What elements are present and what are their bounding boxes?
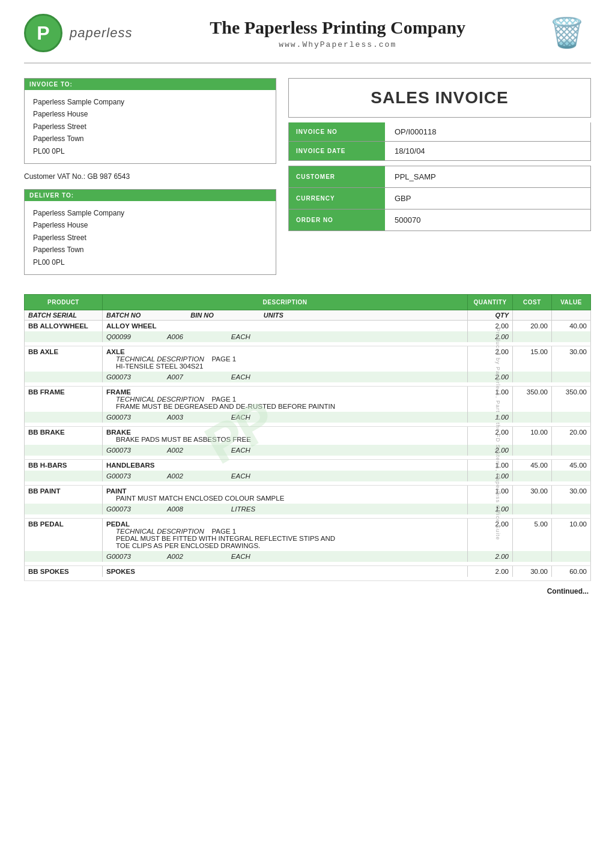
qty-cell: 2.00 (468, 565, 513, 577)
table-row: BB PEDALPEDALTECHNICAL DESCRIPTION PAGE … (25, 518, 591, 551)
batch-value-cell (552, 445, 591, 456)
page-header: P paperless The Paperless Printing Compa… (24, 12, 591, 64)
th-product: PRODUCT (25, 294, 103, 310)
qty-cell: 2.00 (468, 426, 513, 445)
qty-cell: 1.00 (468, 485, 513, 504)
deliver-to-line4: Paperless Town (33, 244, 267, 256)
company-info: The Paperless Printing Company www.WhyPa… (132, 17, 543, 49)
qty-cell: 2.00 (468, 518, 513, 551)
batch-product-cell (25, 331, 103, 342)
table-header-row: PRODUCT DESCRIPTION QUANTITY COST VALUE (25, 294, 591, 310)
description-cell: PEDALTECHNICAL DESCRIPTION PAGE 1PEDAL M… (103, 518, 468, 551)
main-top-section: INVOICE TO: Paperless Sample Company Pap… (24, 78, 591, 275)
currency-label: CURRENCY (289, 188, 385, 209)
sh-batch-serial: BATCH SERIAL (25, 310, 103, 320)
currency-row: CURRENCY GBP (289, 188, 590, 209)
side-text: Produced by Paperless, Part of the FD Sy… (495, 328, 501, 540)
customer-label: CUSTOMER (289, 166, 385, 187)
cost-cell: 20.00 (513, 320, 552, 331)
separator-row (25, 577, 591, 581)
batch-cost-cell (513, 331, 552, 342)
sh-qty: QTY (468, 310, 513, 320)
header-icon-right: 🗑️ (543, 12, 591, 54)
invoice-to-line1: Paperless Sample Company (33, 96, 267, 108)
batch-product-cell (25, 372, 103, 382)
description-cell: FRAMETECHNICAL DESCRIPTION PAGE 1FRAME M… (103, 386, 468, 412)
value-cell: 10.00 (552, 518, 591, 551)
batch-product-cell (25, 504, 103, 514)
invoice-no-label: INVOICE NO (289, 122, 385, 141)
th-value: VALUE (552, 294, 591, 310)
customer-row: CUSTOMER PPL_SAMP (289, 166, 590, 188)
batch-qty-cell: 2.00 (468, 445, 513, 456)
product-cell: BB ALLOYWHEEL (25, 320, 103, 331)
th-quantity: QUANTITY (468, 294, 513, 310)
deliver-to-box: DELIVER TO: Paperless Sample Company Pap… (24, 189, 276, 275)
vat-value: GB 987 6543 (87, 172, 130, 181)
batch-cost-cell (513, 551, 552, 562)
batch-qty-cell: 1.00 (468, 412, 513, 423)
order-no-row: ORDER NO 500070 (289, 209, 590, 231)
batch-row: G00073A002EACH1.00 (25, 471, 591, 481)
product-cell: BB PEDAL (25, 518, 103, 551)
product-cell: BB H-BARS (25, 459, 103, 471)
company-name: The Paperless Printing Company (144, 17, 531, 38)
table-row: BB SPOKESSPOKES2.0030.0060.00 (25, 565, 591, 577)
batch-product-cell (25, 471, 103, 481)
product-cell: BB AXLE (25, 346, 103, 372)
logo-section: P paperless (24, 14, 132, 52)
invoice-info-grid: INVOICE NO OP/I000118 INVOICE DATE 18/10… (288, 122, 591, 161)
deliver-to-line2: Paperless House (33, 219, 267, 231)
qty-cell: 1.00 (468, 386, 513, 412)
qty-cell: 1.00 (468, 459, 513, 471)
invoice-to-line4: Paperless Town (33, 133, 267, 145)
product-cell: BB PAINT (25, 485, 103, 504)
qty-cell: 2.00 (468, 320, 513, 331)
batch-desc-cell: Q00099A006EACH (103, 331, 468, 342)
batch-value-cell (552, 504, 591, 514)
batch-row: G00073A007EACH2.00 (25, 372, 591, 382)
description-cell: SPOKES (103, 565, 468, 577)
batch-cost-cell (513, 412, 552, 423)
batch-cost-cell (513, 504, 552, 514)
detail-grid: CUSTOMER PPL_SAMP CURRENCY GBP ORDER NO … (288, 166, 591, 231)
batch-desc-cell: G00073A002EACH (103, 551, 468, 562)
deliver-to-line5: PL00 0PL (33, 256, 267, 268)
table-row: BB H-BARSHANDLEBARS1.0045.0045.00 (25, 459, 591, 471)
right-column: SALES INVOICE INVOICE NO OP/I000118 INVO… (288, 78, 591, 275)
invoice-no-row: INVOICE NO OP/I000118 (289, 122, 590, 142)
batch-row: G00073A003EACH1.00 (25, 412, 591, 423)
batch-desc-cell: G00073A002EACH (103, 471, 468, 481)
batch-qty-cell: 2.00 (468, 372, 513, 382)
invoice-to-line5: PL00 0PL (33, 145, 267, 157)
batch-desc-cell: G00073A002EACH (103, 445, 468, 456)
qty-cell: 2.00 (468, 346, 513, 372)
order-no-label: ORDER NO (289, 209, 385, 231)
invoice-table: PRODUCT DESCRIPTION QUANTITY COST VALUE … (24, 294, 591, 581)
batch-row: Q00099A006EACH2.00 (25, 331, 591, 342)
company-website: www.WhyPaperless.com (144, 40, 531, 49)
table-wrapper: PP PRODUCT DESCRIPTION QUANTITY COST VAL… (24, 285, 591, 581)
batch-row: G00073A002EACH2.00 (25, 551, 591, 562)
batch-product-cell (25, 551, 103, 562)
description-cell: BRAKEBRAKE PADS MUST BE ASBESTOS FREE (103, 426, 468, 445)
vat-line: Customer VAT No.: GB 987 6543 (24, 170, 276, 183)
value-cell: 60.00 (552, 565, 591, 577)
batch-row: G00073A008LITRES1.00 (25, 504, 591, 514)
description-cell: PAINTPAINT MUST MATCH ENCLOSED COLOUR SA… (103, 485, 468, 504)
batch-cost-cell (513, 471, 552, 481)
th-cost: COST (513, 294, 552, 310)
sales-invoice-title: SALES INVOICE (288, 78, 591, 118)
cost-cell: 30.00 (513, 485, 552, 504)
product-cell: BB FRAME (25, 386, 103, 412)
brand-name: paperless (70, 25, 132, 41)
value-cell: 45.00 (552, 459, 591, 471)
description-cell: HANDLEBARS (103, 459, 468, 471)
logo-letter: P (37, 22, 49, 44)
order-no-value: 500070 (385, 209, 590, 231)
invoice-date-label: INVOICE DATE (289, 142, 385, 160)
sh-cost-empty (513, 310, 552, 320)
batch-row: G00073A002EACH2.00 (25, 445, 591, 456)
batch-value-cell (552, 331, 591, 342)
currency-value: GBP (385, 188, 590, 209)
